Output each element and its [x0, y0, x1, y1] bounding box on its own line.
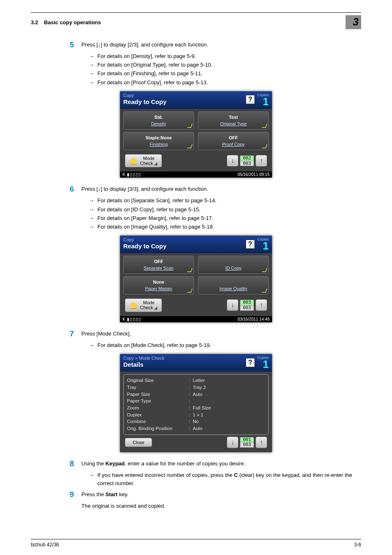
- image-quality-button[interactable]: .Image Quality: [198, 276, 269, 294]
- step-sub: If you have entered incorrect number of …: [97, 471, 361, 488]
- step-5: 5 Press [↓] to display [2/3], and config…: [31, 40, 361, 87]
- copies-count: 1: [257, 97, 269, 106]
- close-button[interactable]: Close: [125, 438, 152, 447]
- mode-check-button[interactable]: ModeCheck◢: [125, 154, 162, 167]
- proof-copy-button[interactable]: OFFProof Copy: [198, 132, 269, 150]
- step-text: Using the Keypad, enter a value for the …: [81, 460, 361, 468]
- step-sub: For details on [Original Type], refer to…: [97, 61, 212, 69]
- chapter-badge: 3: [346, 15, 361, 29]
- datetime: 03/16/2011 14:48: [238, 317, 270, 321]
- step-number: 6: [31, 184, 74, 231]
- home-icon: [129, 301, 138, 309]
- arrow-icon: [89, 197, 94, 205]
- arrow-icon: [89, 206, 94, 214]
- breadcrumb: Copy: [123, 93, 166, 98]
- mode-check-button[interactable]: ModeCheck◢: [125, 298, 162, 312]
- step-8: 8 Using the Keypad, enter a value for th…: [31, 459, 361, 488]
- page-down-button[interactable]: ↓: [227, 437, 238, 448]
- step-7: 7 Press [Mode Check]. For details on [Mo…: [31, 329, 361, 350]
- details-list: Original Size:Letter Tray:Tray 2 Paper S…: [123, 374, 269, 435]
- page-down-button[interactable]: ↓: [227, 299, 238, 311]
- step-text: Press [↓] to display [3/3], and configur…: [81, 185, 361, 193]
- arrow-icon: [89, 52, 94, 60]
- lcd-screen-3-of-3: Copy Ready to Copy ? Copies 1 OFFSeparat…: [120, 236, 272, 322]
- step-sub: For details on [Image Quality], refer to…: [97, 223, 214, 231]
- arrow-icon: [89, 214, 94, 222]
- arrow-icon: [89, 69, 94, 78]
- step-text: Press [Mode Check].: [81, 330, 361, 338]
- density-button[interactable]: Std.Density: [123, 111, 194, 130]
- lcd-screen-2-of-3: Copy Ready to Copy ? Copies 1 Std.Densit…: [120, 91, 272, 178]
- footer-model: bizhub 42/36: [31, 542, 59, 548]
- arrow-icon: [89, 79, 94, 87]
- arrow-icon: [89, 471, 94, 479]
- page-down-button[interactable]: ↓: [227, 155, 238, 166]
- step-sub: For details on [Paper Margin], refer to …: [97, 214, 213, 222]
- screen-title: Ready to Copy: [123, 243, 166, 250]
- help-icon[interactable]: ?: [246, 358, 255, 367]
- step-text: Press the Start key.: [81, 490, 361, 499]
- step-sub: For details on [Proof Copy], refer to pa…: [97, 79, 208, 87]
- datetime: 05/16/2011 09:15: [238, 172, 270, 177]
- arrow-icon: [89, 223, 94, 231]
- help-icon[interactable]: ?: [246, 95, 255, 104]
- step-number: 7: [31, 329, 74, 350]
- page-header: 3.2 Basic copy operations 3: [31, 15, 361, 29]
- step-text: Press [↓] to display [2/3], and configur…: [81, 41, 361, 49]
- step-sub: For details on [Density], refer to page …: [97, 52, 196, 60]
- step-sub: For details on [Mode Check], refer to pa…: [97, 341, 211, 349]
- arrow-icon: [89, 341, 94, 349]
- copies-count: 1: [257, 360, 269, 369]
- footer-page: 3-6: [354, 542, 361, 548]
- page-up-button[interactable]: ↑: [256, 155, 267, 166]
- section-title: Basic copy operations: [44, 19, 101, 25]
- help-icon[interactable]: ?: [246, 240, 255, 249]
- toner-indicator: K ▮▯▯▯▯: [122, 172, 141, 177]
- page-indicator: 003003: [240, 300, 254, 310]
- step-number: 9: [31, 490, 74, 513]
- screen-title: Details: [123, 361, 164, 368]
- copies-count: 1: [257, 241, 269, 251]
- step-sub: For details on [Separate Scan], refer to…: [97, 197, 217, 205]
- page-indicator: 002003: [240, 155, 254, 166]
- breadcrumb: Copy > Mode Check: [123, 356, 164, 361]
- step-number: 5: [31, 40, 74, 87]
- page-up-button[interactable]: ↑: [256, 437, 267, 448]
- breadcrumb: Copy: [123, 237, 166, 242]
- screen-title: Ready to Copy: [123, 98, 166, 105]
- toner-indicator: K ▮▯▯▯▯: [122, 317, 141, 321]
- home-icon: [129, 157, 138, 164]
- step-6: 6 Press [↓] to display [3/3], and config…: [31, 184, 361, 231]
- separate-scan-button[interactable]: OFFSeparate Scan: [123, 256, 194, 274]
- page-indicator: 001003: [240, 437, 254, 448]
- step-sub: For details on [Finishing], refer to pag…: [97, 69, 203, 78]
- step-number: 8: [31, 459, 74, 488]
- section-number: 3.2: [31, 19, 38, 25]
- page-up-button[interactable]: ↑: [256, 299, 267, 311]
- step-sub: For details on [ID Copy], refer to page …: [97, 206, 201, 214]
- paper-margin-button[interactable]: NonePaper Margin: [123, 276, 194, 294]
- lcd-mode-check-details: Copy > Mode Check Details ? Copies 1 Ori…: [120, 354, 272, 452]
- step-text-2: The original is scanned and copied.: [81, 502, 361, 510]
- step-9: 9 Press the Start key. The original is s…: [31, 490, 361, 513]
- finishing-button[interactable]: Staple:NoneFinishing: [123, 132, 194, 150]
- page-footer: bizhub 42/36 3-6: [31, 539, 361, 548]
- id-copy-button[interactable]: .ID Copy: [198, 256, 269, 274]
- original-type-button[interactable]: TextOriginal Type: [198, 111, 269, 130]
- arrow-icon: [89, 61, 94, 69]
